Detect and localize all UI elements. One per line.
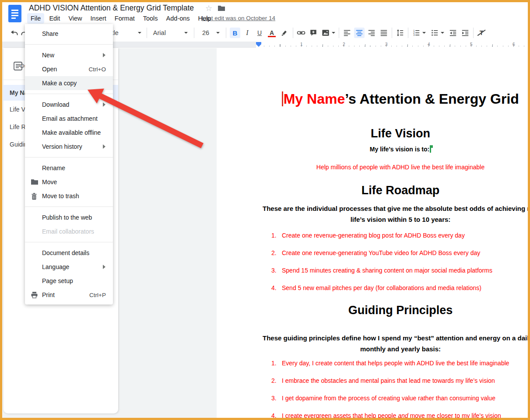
align-center-button[interactable]: [354, 28, 365, 38]
numbered-list-button[interactable]: 123: [411, 28, 421, 38]
heading-life-vision[interactable]: Life Vision: [260, 126, 528, 141]
list-text: move me closer to my life’s vision: [408, 412, 501, 418]
ruler-mark-4: 4: [428, 42, 430, 47]
star-icon[interactable]: ☆: [205, 4, 212, 13]
file-menu-item-page-setup[interactable]: Page setup: [25, 274, 113, 288]
link-icon: [297, 28, 305, 37]
decrease-indent-button[interactable]: [448, 28, 458, 38]
justify-button[interactable]: [379, 28, 389, 38]
guiding-principles-list[interactable]: 1.Every day, I create content that helps…: [260, 359, 528, 418]
ruler-mark-5: 5: [470, 42, 473, 47]
guiding-principles-lead[interactable]: These guiding principles define how I sp…: [260, 332, 528, 354]
font-size-dropdown[interactable]: 26: [202, 29, 209, 36]
menu-insert[interactable]: Insert: [87, 13, 110, 24]
menu-divider: [25, 242, 113, 242]
file-menu-item-rename[interactable]: Rename: [25, 161, 113, 175]
list-text: Send 5 new email pitches per day (for co…: [282, 284, 481, 291]
menu-file[interactable]: File: [27, 13, 44, 24]
list-number: 4.: [271, 284, 277, 292]
guiding-principles-item-4[interactable]: 4.I create evergreen assets that help pe…: [260, 411, 528, 418]
highlight-color-button[interactable]: [279, 28, 289, 38]
file-menu-item-publish-to-the-web[interactable]: Publish to the web: [25, 210, 113, 224]
file-menu-item-new[interactable]: New: [25, 48, 113, 62]
font-dropdown[interactable]: Arial: [153, 29, 166, 36]
text-color-button[interactable]: A: [267, 28, 277, 38]
menu-item-label: Document details: [42, 249, 89, 256]
file-menu-item-move-to-trash[interactable]: Move to trash: [25, 189, 113, 203]
menu-item-label: Version history: [42, 143, 82, 150]
undo-button[interactable]: [9, 28, 19, 38]
numbered-list-caret[interactable]: [422, 32, 426, 35]
life-roadmap-lead[interactable]: These are the individual processes that …: [260, 203, 528, 225]
menu-help[interactable]: Help: [195, 13, 215, 24]
menu-add-ons[interactable]: Add-ons: [163, 13, 193, 24]
submenu-arrow-icon: [103, 144, 108, 149]
file-menu-item-make-available-offline[interactable]: Make available offline: [25, 126, 113, 140]
trash-icon: [31, 192, 42, 200]
clear-formatting-button[interactable]: T: [476, 28, 487, 38]
align-left-button[interactable]: [342, 28, 352, 38]
style-dropdown-caret[interactable]: [138, 32, 141, 35]
bold-button[interactable]: B: [230, 28, 240, 38]
bulleted-list-button[interactable]: [429, 28, 440, 38]
insert-image-caret[interactable]: [332, 32, 335, 35]
life-roadmap-item-1[interactable]: 1.Create one revenue-generating blog pos…: [260, 231, 528, 240]
align-right-button[interactable]: [366, 28, 377, 38]
add-comment-button[interactable]: [308, 28, 319, 38]
list-text: I create evergreen assets that help peop…: [282, 412, 398, 418]
guiding-principles-item-2[interactable]: 2.I embrace the obstacles and mental pai…: [260, 376, 528, 385]
doc-heading-title[interactable]: My Name’s Attention & Energy Grid: [260, 90, 528, 108]
life-vision-lead[interactable]: My life’s vision is to:: [260, 145, 528, 153]
increase-indent-button[interactable]: [460, 28, 470, 38]
list-text: I embrace the obstacles and mental pains…: [282, 377, 495, 384]
menu-item-label: Page setup: [42, 277, 73, 284]
menu-divider: [25, 44, 113, 45]
menu-tools[interactable]: Tools: [140, 13, 161, 24]
menu-item-label: Publish to the web: [42, 214, 92, 221]
move-folder-icon[interactable]: [218, 5, 225, 12]
guiding-principles-item-3[interactable]: 3.I get dopamine from the process of cre…: [260, 394, 528, 402]
screenshot-frame: ADHD VISION Attention & Energy Grid Temp…: [0, 0, 530, 420]
line-spacing-button[interactable]: [395, 28, 405, 38]
file-menu-item-document-details[interactable]: Document details: [25, 246, 113, 260]
list-number: 2.: [271, 248, 277, 257]
file-menu-item-open[interactable]: OpenCtrl+O: [25, 62, 113, 76]
life-roadmap-item-4[interactable]: 4.Send 5 new email pitches per day (for …: [260, 284, 528, 292]
heading-life-roadmap[interactable]: Life Roadmap: [260, 183, 528, 198]
menu-format[interactable]: Format: [111, 13, 138, 24]
toolbar-divider: [226, 28, 226, 38]
font-dropdown-caret[interactable]: [184, 32, 188, 35]
menu-divider: [25, 157, 113, 158]
document-title[interactable]: ADHD VISION Attention & Energy Grid Temp…: [29, 4, 194, 13]
heading-guiding-principles[interactable]: Guiding Principles: [260, 303, 528, 318]
file-menu-item-print[interactable]: PrintCtrl+P: [25, 288, 113, 302]
file-menu-item-download[interactable]: Download: [25, 98, 113, 112]
insert-image-button[interactable]: [320, 28, 331, 38]
file-menu-item-make-a-copy[interactable]: Make a copy: [25, 76, 113, 90]
insert-link-button[interactable]: [296, 28, 306, 38]
file-menu-item-move[interactable]: Move: [25, 175, 113, 189]
menu-edit[interactable]: Edit: [46, 13, 63, 24]
google-docs-logo[interactable]: [8, 5, 21, 22]
document-page[interactable]: My Name’s Attention & Energy Grid Life V…: [217, 48, 528, 418]
toolbar-divider: [194, 28, 194, 38]
italic-button[interactable]: I: [242, 28, 253, 38]
file-menu-item-language[interactable]: Language: [25, 260, 113, 274]
font-size-caret[interactable]: [216, 32, 220, 35]
file-menu-item-version-history[interactable]: Version history: [25, 140, 113, 154]
bulleted-list-caret[interactable]: [441, 32, 444, 35]
ruler-mark-2: 2: [343, 42, 345, 47]
underline-button[interactable]: U: [254, 28, 265, 38]
menu-view[interactable]: View: [65, 13, 85, 24]
life-roadmap-item-2[interactable]: 2.Create one revenue-generating YouTube …: [260, 248, 528, 257]
text-cursor: [282, 91, 283, 106]
menu-item-label: Make a copy: [42, 80, 77, 87]
guiding-principles-item-1[interactable]: 1.Every day, I create content that helps…: [260, 359, 528, 368]
life-roadmap-item-3[interactable]: 3.Spend 15 minutes creating & sharing co…: [260, 266, 528, 275]
doc-title-red-part: My Name: [284, 91, 345, 107]
life-vision-body[interactable]: Help millions of people with ADHD live t…: [260, 163, 528, 172]
life-roadmap-list[interactable]: 1.Create one revenue-generating blog pos…: [260, 231, 528, 292]
submenu-arrow-icon: [103, 265, 108, 269]
file-menu-item-share[interactable]: Share: [25, 27, 113, 41]
file-menu-item-email-as-attachment[interactable]: Email as attachment: [25, 112, 113, 126]
